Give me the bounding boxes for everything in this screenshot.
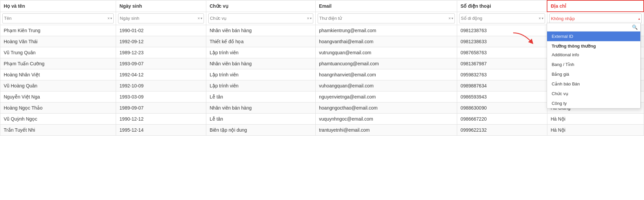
cell-dob: 1992-04-12 bbox=[116, 69, 206, 80]
cell-phone: 0987658763 bbox=[457, 47, 547, 58]
cell-title: Nhân viên bán hàng bbox=[206, 58, 315, 69]
col-header-dob: Ngày sinh bbox=[116, 0, 206, 12]
table-row: Vũ Quỳnh Ngọc1990-12-12Lễ tânvuquynhngoc… bbox=[0, 114, 644, 125]
col-header-address: Địa chỉ bbox=[547, 0, 644, 12]
cell-phone: 0989887634 bbox=[457, 80, 547, 91]
dropdown-search-container: 🔍 bbox=[547, 23, 640, 31]
cell-dob: 1989-12-23 bbox=[116, 47, 206, 58]
cell-dob: 1990-01-02 bbox=[116, 25, 206, 36]
cell-dob: 1992-09-12 bbox=[116, 36, 206, 47]
cell-email: trantuyetnhi@email.com bbox=[316, 125, 457, 136]
cell-name: Vũ Quỳnh Ngọc bbox=[0, 114, 116, 125]
cell-email: hoangngocthao@email.com bbox=[316, 103, 457, 114]
dropdown-item-additional-info[interactable]: Additional info bbox=[547, 50, 640, 60]
cell-dob: 1993-09-07 bbox=[116, 58, 206, 69]
clear-icon-email[interactable]: × bbox=[448, 16, 451, 21]
caret-icon-title[interactable]: ▾ bbox=[310, 16, 312, 20]
cell-email: vuhoangquan@email.com bbox=[316, 80, 457, 91]
cell-name: Hoàng Nhân Việt bbox=[0, 69, 116, 80]
caret-icon-email[interactable]: ▾ bbox=[451, 16, 453, 20]
cell-phone: 0981238763 bbox=[457, 25, 547, 36]
filter-cell-title: × ▾ bbox=[206, 12, 315, 25]
cell-email: nguyenvietnga@email.com bbox=[316, 91, 457, 103]
filter-cell-name: × ▾ bbox=[0, 12, 116, 25]
dropdown-item-external-id[interactable]: External ID bbox=[547, 31, 640, 41]
cell-email: hoangnhanviet@email.com bbox=[316, 69, 457, 80]
caret-icon-dob[interactable]: ▾ bbox=[201, 16, 202, 20]
address-dropdown-trigger[interactable]: Không nhập ▴ bbox=[549, 13, 642, 23]
dropdown-item-chuc-vu[interactable]: Chức vụ bbox=[547, 89, 640, 98]
cell-phone: 0959832763 bbox=[457, 69, 547, 80]
filter-row: × ▾ × ▾ × ▾ bbox=[0, 12, 644, 25]
filter-input-phone[interactable] bbox=[461, 16, 539, 21]
dropdown-current-value: Không nhập bbox=[551, 16, 638, 21]
cell-dob: 1990-12-12 bbox=[116, 114, 206, 125]
filter-cell-phone: × ▾ bbox=[457, 12, 547, 25]
filter-cell-dob: × ▾ bbox=[116, 12, 206, 25]
cell-phone: 0986593943 bbox=[457, 91, 547, 103]
cell-title: Nhân viên bán hàng bbox=[206, 25, 315, 36]
cell-email: hoangvanthai@email.com bbox=[316, 36, 457, 47]
cell-email: vutrungquan@email.com bbox=[316, 47, 457, 58]
cell-email: phamtuancuong@email.com bbox=[316, 58, 457, 69]
cell-name: Phạm Tuấn Cường bbox=[0, 58, 116, 69]
col-header-email: Email bbox=[316, 0, 457, 12]
cell-title: Biên tập nội dung bbox=[206, 125, 315, 136]
cell-title: Lễ tân bbox=[206, 114, 315, 125]
cell-title: Lễ tân bbox=[206, 91, 315, 103]
cell-dob: 1989-09-07 bbox=[116, 103, 206, 114]
cell-title: Lập trình viên bbox=[206, 47, 315, 58]
cell-dob: 1992-10-09 bbox=[116, 80, 206, 91]
cell-name: Hoàng Văn Thái bbox=[0, 36, 116, 47]
cell-phone: 0988630090 bbox=[457, 103, 547, 114]
table-row: Trần Tuyết Nhi1995-12-14Biên tập nội dun… bbox=[0, 125, 644, 136]
dropdown-search-input[interactable] bbox=[550, 25, 632, 30]
filter-input-title[interactable] bbox=[210, 16, 307, 21]
header-row: Họ và tên Ngày sinh Chức vụ Email Số điệ… bbox=[0, 0, 644, 12]
cell-name: Vũ Hoàng Quân bbox=[0, 80, 116, 91]
cell-name: Trần Tuyết Nhi bbox=[0, 125, 116, 136]
cell-dob: 1995-12-14 bbox=[116, 125, 206, 136]
clear-icon-phone[interactable]: × bbox=[539, 16, 541, 21]
cell-title: Nhân viên bán hàng bbox=[206, 103, 315, 114]
clear-icon-name[interactable]: × bbox=[107, 16, 110, 21]
cell-name: Phạm Kiên Trung bbox=[0, 25, 116, 36]
dropdown-item-bang-tinh[interactable]: Bang / Tỉnh bbox=[547, 60, 640, 69]
filter-input-name[interactable] bbox=[4, 16, 107, 21]
cell-email: phamkientrung@email.com bbox=[316, 25, 457, 36]
filter-input-email[interactable] bbox=[319, 16, 448, 21]
address-dropdown-menu: 🔍 External ID Trường thông thường Additi… bbox=[547, 23, 641, 109]
cell-address: Hà Nội bbox=[547, 114, 644, 125]
cell-title: Lập trình viên bbox=[206, 80, 315, 91]
clear-icon-title[interactable]: × bbox=[307, 16, 309, 21]
cell-phone: 0986667220 bbox=[457, 114, 547, 125]
caret-icon-phone[interactable]: ▾ bbox=[542, 16, 543, 20]
dropdown-section-label: Trường thông thường bbox=[547, 41, 640, 50]
filter-cell-email: × ▾ bbox=[316, 12, 457, 25]
filter-input-dob[interactable] bbox=[120, 16, 198, 21]
dropdown-item-canh-bao-ban[interactable]: Cảnh báo Bán bbox=[547, 79, 640, 89]
filter-cell-address: Không nhập ▴ 🔍 External ID Trường thông … bbox=[547, 12, 644, 25]
clear-icon-dob[interactable]: × bbox=[198, 16, 200, 21]
col-header-name: Họ và tên bbox=[0, 0, 116, 12]
caret-up-icon: ▴ bbox=[638, 17, 640, 20]
caret-icon-name[interactable]: ▾ bbox=[110, 16, 112, 20]
dropdown-item-bang-gia[interactable]: Bảng giá bbox=[547, 69, 640, 79]
cell-title: Thiết kế đồ họa bbox=[206, 36, 315, 47]
cell-name: Vũ Trung Quân bbox=[0, 47, 116, 58]
cell-phone: 0981238633 bbox=[457, 36, 547, 47]
cell-title: Lập trình viên bbox=[206, 69, 315, 80]
cell-email: vuquynhngoc@email.com bbox=[316, 114, 457, 125]
cell-phone: 0981367987 bbox=[457, 58, 547, 69]
cell-name: Hoàng Ngọc Thảo bbox=[0, 103, 116, 114]
cell-address: Hà Nội bbox=[547, 125, 644, 136]
cell-name: Nguyễn Việt Nga bbox=[0, 91, 116, 103]
col-header-title: Chức vụ bbox=[206, 0, 315, 12]
cell-phone: 0999622132 bbox=[457, 125, 547, 136]
dropdown-item-cong-ty[interactable]: Công ty bbox=[547, 98, 640, 108]
cell-dob: 1993-03-09 bbox=[116, 91, 206, 103]
col-header-phone: Số điện thoại bbox=[457, 0, 547, 12]
search-icon: 🔍 bbox=[632, 24, 638, 30]
